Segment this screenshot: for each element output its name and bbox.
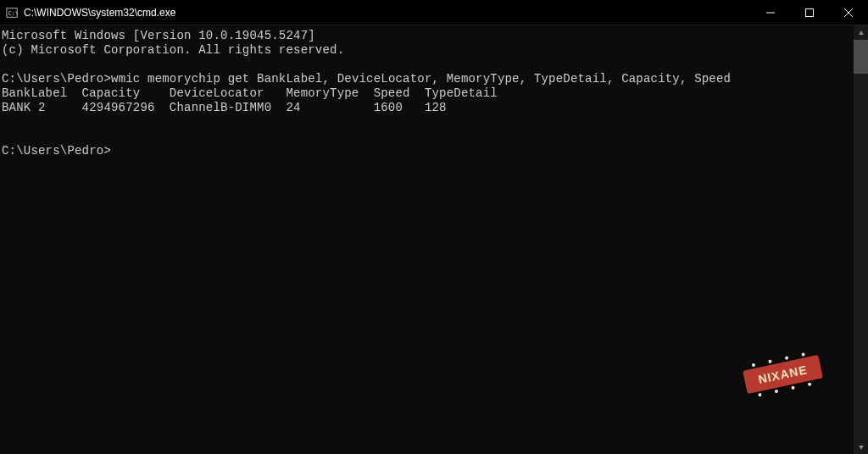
window-title: C:\WINDOWS\system32\cmd.exe — [24, 7, 175, 19]
close-button[interactable] — [829, 0, 868, 25]
titlebar-left: C:\ C:\WINDOWS\system32\cmd.exe — [5, 6, 175, 19]
terminal-wrapper: Microsoft Windows [Version 10.0.19045.52… — [0, 25, 868, 454]
scroll-up-button[interactable] — [854, 25, 868, 40]
scroll-down-button[interactable] — [854, 440, 868, 454]
blank-line — [2, 130, 852, 144]
blank-line — [2, 115, 852, 130]
cmd-icon: C:\ — [5, 6, 19, 19]
banner-line: Microsoft Windows [Version 10.0.19045.52… — [2, 29, 852, 43]
table-header: BankLabel Capacity DeviceLocator MemoryT… — [2, 86, 852, 101]
command-line: C:\Users\Pedro>wmic memorychip get BankL… — [2, 72, 852, 86]
maximize-button[interactable] — [790, 0, 829, 25]
minimize-button[interactable] — [751, 0, 790, 25]
window-titlebar: C:\ C:\WINDOWS\system32\cmd.exe — [0, 0, 868, 25]
prompt-path: C:\Users\Pedro> — [2, 144, 111, 158]
svg-rect-3 — [806, 9, 814, 17]
prompt-line: C:\Users\Pedro> — [2, 144, 852, 158]
table-row: BANK 2 4294967296 ChannelB-DIMM0 24 1600… — [2, 101, 852, 115]
scrollbar-thumb[interactable] — [854, 40, 868, 74]
svg-marker-6 — [859, 30, 864, 35]
blank-line — [2, 58, 852, 72]
watermark-text: NIXANE — [757, 363, 809, 386]
svg-text:C:\: C:\ — [8, 9, 18, 16]
banner-line: (c) Microsoft Corporation. All rights re… — [2, 43, 852, 58]
prompt-path: C:\Users\Pedro> — [2, 72, 111, 86]
titlebar-controls — [751, 0, 868, 25]
terminal-output[interactable]: Microsoft Windows [Version 10.0.19045.52… — [0, 25, 854, 454]
command-text: wmic memorychip get BankLabel, DeviceLoc… — [111, 72, 731, 86]
svg-marker-7 — [859, 446, 864, 450]
vertical-scrollbar[interactable] — [854, 25, 868, 454]
